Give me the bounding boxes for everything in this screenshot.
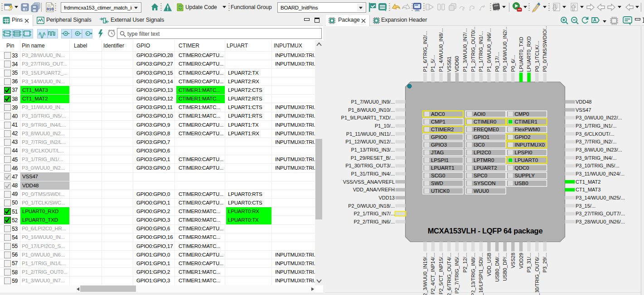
svg-text:P3_1/TRIG_IN1/...: P3_1/TRIG_IN1/...: [576, 123, 616, 128]
svg-text:SCG0: SCG0: [431, 173, 445, 178]
svg-text:CTIMER1: CTIMER1: [515, 119, 537, 124]
svg-text:P1_11/WUU0_IN11/...: P1_11/WUU0_IN11/...: [346, 131, 395, 137]
svg-text:I3C0: I3C0: [474, 142, 484, 148]
svg-text:P2_4/CT_INP14/...: P2_4/CT_INP14/...: [430, 253, 436, 295]
svg-text:LPSPI1: LPSPI1: [431, 157, 449, 163]
svg-text:USB0_DP/...: USB0_DP/...: [502, 253, 508, 281]
svg-text:P1_29/RESET_B/...: P1_29/RESET_B/...: [351, 155, 395, 161]
svg-text:SPC0: SPC0: [474, 173, 487, 178]
svg-text:P2_2/TRIG_IN6/...: P2_2/TRIG_IN6/...: [354, 219, 395, 224]
svg-text:LPUART0_RXD: LPUART0_RXD: [526, 36, 532, 72]
svg-text:P1_1/TRIG_IN1/...: P1_1/TRIG_IN1/...: [478, 31, 484, 72]
svg-text:CTIMER0: CTIMER0: [474, 119, 496, 124]
svg-text:P0_1/TCLK/...: P0_1/TCLK/...: [534, 41, 540, 72]
svg-text:VSS28: VSS28: [510, 253, 516, 268]
svg-text:VDD_USB: VDD_USB: [486, 253, 492, 276]
svg-text:CMP0: CMP0: [515, 111, 529, 117]
svg-text:P0_6/...: P0_6/...: [510, 55, 516, 72]
svg-text:P3_9/TRIG_IN4/...: P3_9/TRIG_IN4/...: [576, 155, 616, 161]
svg-text:P3_6/CLKOUT/...: P3_6/CLKOUT/...: [576, 131, 615, 137]
svg-text:CT1_MAT3: CT1_MAT3: [576, 187, 600, 192]
svg-text:CTIMER2: CTIMER2: [431, 127, 454, 132]
svg-text:P3_10/TRIG_IN5/...: P3_10/TRIG_IN5/...: [576, 163, 620, 168]
svg-text:CMP1: CMP1: [431, 119, 445, 124]
svg-text:VSS/VSS_ANA/VREFL: VSS/VSS_ANA/VREFL: [343, 179, 395, 185]
svg-text:P0_17/...: P0_17/...: [494, 52, 500, 72]
svg-text:P1_8/WUU0_IN10/...: P1_8/WUU0_IN10/...: [348, 107, 395, 113]
svg-text:P3_8/WUU0_IN23/...: P3_8/WUU0_IN23/...: [576, 147, 622, 152]
svg-text:VDD13: VDD13: [379, 195, 395, 200]
svg-text:P3_29/...: P3_29/...: [542, 253, 547, 273]
svg-text:P3_27/TRIG_OUT7/...: P3_27/TRIG_OUT7/...: [576, 211, 625, 216]
svg-text:ADC0: ADC0: [431, 111, 445, 117]
svg-text:P3_30/TRIG_OUT6/...: P3_30/TRIG_OUT6/...: [534, 253, 540, 295]
svg-text:P1_5/...: P1_5/...: [430, 55, 436, 72]
svg-text:P0_16/WUU0_IN2/...: P0_16/WUU0_IN2/...: [502, 26, 508, 72]
svg-text:P2_13/TRIG_IN8/...: P2_13/TRIG_IN8/...: [470, 253, 476, 295]
svg-text:P3_14/WUU0_IN25/...: P3_14/WUU0_IN25/...: [576, 195, 625, 200]
svg-text:LPI2C0: LPI2C0: [474, 150, 491, 155]
svg-text:GPIO0: GPIO0: [431, 134, 447, 140]
svg-text:GPIO3: GPIO3: [431, 142, 447, 148]
svg-text:LPUART2: LPUART2: [474, 165, 497, 171]
svg-text:P1_3/WUU0_IN7/...: P1_3/WUU0_IN7/...: [462, 28, 468, 72]
svg-text:P3_0/WUU0_IN22/...: P3_0/WUU0_IN22/...: [576, 115, 622, 120]
svg-text:P1_12/WUU0_IN12/...: P1_12/WUU0_IN12/...: [345, 139, 395, 144]
svg-text:P1_2/TRIG_OUT0/...: P1_2/TRIG_OUT0/...: [470, 26, 476, 72]
svg-text:P2_7/TRIG_IN5/...: P2_7/TRIG_IN5/...: [454, 253, 460, 294]
svg-text:P3_31/...: P3_31/...: [526, 253, 532, 273]
svg-text:P3_15/...: P3_15/...: [576, 203, 596, 209]
svg-text:VSS61: VSS61: [446, 57, 452, 72]
svg-text:P2_5/CT_INP15/...: P2_5/CT_INP15/...: [438, 253, 444, 295]
svg-text:P0_0/TMS/SWDIO/...: P0_0/TMS/SWDIO/...: [542, 26, 547, 72]
svg-text:LPSPI0: LPSPI0: [515, 150, 533, 155]
svg-text:VDD48: VDD48: [576, 99, 591, 105]
svg-text:JTAG: JTAG: [431, 150, 444, 155]
svg-text:LPUART0_TXD: LPUART0_TXD: [518, 37, 524, 72]
svg-text:GPIO2: GPIO2: [515, 134, 531, 140]
svg-text:P2_1/TRIG_IN7/...: P2_1/TRIG_IN7/...: [354, 211, 395, 216]
svg-text:USB0: USB0: [515, 181, 528, 186]
svg-text:P1_13/TRIG_IN3/...: P1_13/TRIG_IN3/...: [351, 147, 395, 152]
svg-text:WUU0: WUU0: [474, 188, 489, 194]
svg-text:MCXA153VLH - LQFP 64 package: MCXA153VLH - LQFP 64 package: [428, 227, 543, 235]
svg-text:P1_6/TRIG_IN2/...: P1_6/TRIG_IN2/...: [422, 31, 428, 72]
svg-text:P1_7/WUU0_IN9/...: P1_7/WUU0_IN9/...: [351, 99, 395, 105]
svg-text:LPUART0: LPUART0: [515, 157, 538, 163]
svg-text:GPIO1: GPIO1: [474, 134, 489, 140]
svg-text:P1_4/WUU0_IN8/...: P1_4/WUU0_IN8/...: [438, 28, 444, 72]
svg-text:INPUTMUX0: INPUTMUX0: [515, 142, 545, 148]
svg-text:P2_0/WUU0_IN18/...: P2_0/WUU0_IN18/...: [348, 203, 395, 209]
svg-text:010: 010: [47, 7, 53, 11]
svg-text:AOI0: AOI0: [474, 111, 485, 117]
svg-text:SUPPLY: SUPPLY: [515, 173, 535, 178]
svg-text:P2_12/...: P2_12/...: [462, 253, 468, 273]
svg-text:P3_7/TRIG_IN2/...: P3_7/TRIG_IN2/...: [576, 139, 616, 144]
svg-text:P2_16/LPSPI1_SDI/...: P2_16/LPSPI1_SDI/...: [478, 253, 484, 295]
svg-text:P2_6/TRIG_OUT4/...: P2_6/TRIG_OUT4/...: [446, 252, 452, 295]
svg-text:FREQME0: FREQME0: [474, 127, 499, 132]
svg-text:USB0_DM/...: USB0_DM/...: [494, 253, 500, 282]
svg-text:SWD: SWD: [431, 181, 443, 186]
svg-text:VDD_ANA/VREFH: VDD_ANA/VREFH: [353, 187, 395, 192]
svg-text:P3_28/WUU0_IN26/...: P3_28/WUU0_IN26/...: [576, 219, 625, 224]
svg-text:QDC0: QDC0: [515, 165, 529, 171]
svg-text:VSS47: VSS47: [576, 107, 591, 113]
svg-text:UTICK0: UTICK0: [431, 188, 450, 194]
svg-text:P1_30/TRIG_OUT3/...: P1_30/TRIG_OUT3/...: [345, 163, 395, 168]
svg-text:P1_0/WUU0_IN6/...: P1_0/WUU0_IN6/...: [486, 28, 492, 72]
svg-text:CT1_MAT2: CT1_MAT2: [576, 179, 600, 185]
svg-text:SYSCON: SYSCON: [474, 181, 496, 186]
svg-text:P2_3/WUU0_IN19/...: P2_3/WUU0_IN19/...: [422, 253, 428, 295]
svg-text:FlexPWM0: FlexPWM0: [515, 127, 540, 132]
svg-text:VDD29: VDD29: [518, 253, 524, 269]
svg-text:VDD60: VDD60: [454, 56, 460, 72]
svg-text:P1_31/TRIG_IN4/...: P1_31/TRIG_IN4/...: [351, 171, 395, 176]
svg-text:P1_10/...: P1_10/...: [375, 123, 395, 128]
svg-text:P3_11/WUU0_IN24/...: P3_11/WUU0_IN24/...: [576, 171, 625, 176]
svg-text:P1_9/LPUART1_TXD/...: P1_9/LPUART1_TXD/...: [341, 115, 395, 120]
svg-text:LPTMR0: LPTMR0: [474, 157, 494, 163]
svg-text:LPUART1: LPUART1: [431, 165, 455, 171]
